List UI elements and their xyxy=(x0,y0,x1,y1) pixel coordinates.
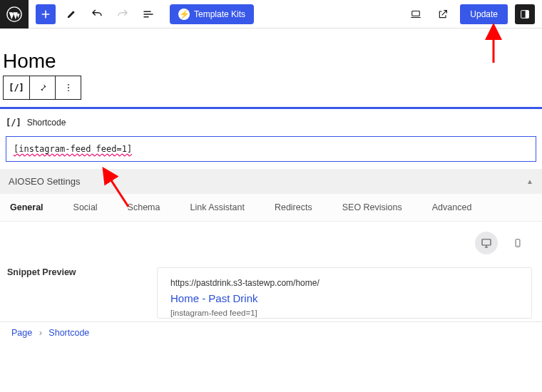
svg-rect-3 xyxy=(526,10,529,18)
plus-icon xyxy=(40,9,51,20)
update-button[interactable]: Update xyxy=(460,4,508,24)
redo-button[interactable] xyxy=(113,4,133,24)
aioseo-tabs: General Social Schema Link Assistant Red… xyxy=(0,194,542,222)
snippet-preview-label: Snippet Preview xyxy=(7,267,136,319)
external-link-icon xyxy=(437,9,449,20)
undo-icon xyxy=(91,8,103,21)
list-icon xyxy=(142,8,155,21)
tab-redirects[interactable]: Redirects xyxy=(275,202,312,212)
tab-general[interactable]: General xyxy=(10,202,44,212)
block-type-button[interactable]: [/] xyxy=(4,76,29,99)
template-kits-label: Template Kits xyxy=(194,9,245,19)
monitor-icon xyxy=(480,237,493,249)
breadcrumb-current[interactable]: Shortcode xyxy=(48,328,89,338)
template-kits-button[interactable]: ⚡ Template Kits xyxy=(170,4,254,24)
wordpress-icon xyxy=(6,6,22,22)
edit-button[interactable] xyxy=(61,4,81,24)
svg-point-6 xyxy=(68,90,69,91)
redo-icon xyxy=(116,8,129,21)
sidebar-icon xyxy=(519,9,531,20)
view-desktop-button[interactable] xyxy=(406,4,426,24)
aioseo-panel-header[interactable]: AIOSEO Settings ▲ xyxy=(0,169,542,194)
snippet-url: https://pastdrink.s3-tastewp.com/home/ xyxy=(170,278,518,288)
shortcode-block-icon: [/] xyxy=(6,118,21,128)
shortcode-icon: [/] xyxy=(9,83,24,93)
tab-schema[interactable]: Schema xyxy=(128,202,160,212)
block-move-button[interactable] xyxy=(29,76,55,99)
pencil-icon xyxy=(66,9,77,20)
pin-icon xyxy=(38,83,48,93)
svg-point-5 xyxy=(68,87,69,88)
settings-panel-button[interactable] xyxy=(515,4,535,24)
aioseo-heading: AIOSEO Settings xyxy=(9,176,80,187)
svg-point-9 xyxy=(517,245,518,246)
block-toolbar: [/] xyxy=(3,76,81,100)
wordpress-logo[interactable] xyxy=(0,0,29,29)
chevron-right-icon: › xyxy=(39,328,42,338)
breadcrumb: Page › Shortcode xyxy=(0,321,542,344)
snippet-preview-card: https://pastdrink.s3-tastewp.com/home/ H… xyxy=(157,267,532,319)
preview-mobile-button[interactable] xyxy=(506,232,529,254)
breadcrumb-root[interactable]: Page xyxy=(11,328,32,338)
snippet-desc: [instagram-feed feed=1] xyxy=(170,309,518,317)
svg-point-4 xyxy=(68,84,69,86)
tab-seo-revisions[interactable]: SEO Revisions xyxy=(342,202,402,212)
snippet-title: Home - Past Drink xyxy=(170,292,518,304)
shortcode-input[interactable]: [instagram-feed feed=1] xyxy=(6,136,536,162)
svg-rect-1 xyxy=(412,11,420,16)
bolt-icon: ⚡ xyxy=(178,9,190,20)
page-title: Home xyxy=(3,50,539,73)
block-more-button[interactable] xyxy=(55,76,81,99)
tab-link-assistant[interactable]: Link Assistant xyxy=(190,202,244,212)
collapse-icon: ▲ xyxy=(526,177,533,185)
svg-rect-7 xyxy=(482,239,491,245)
tab-advanced[interactable]: Advanced xyxy=(432,202,472,212)
add-block-button[interactable] xyxy=(36,4,56,24)
laptop-icon xyxy=(409,8,422,21)
shortcode-label: Shortcode xyxy=(27,118,66,128)
preview-button[interactable] xyxy=(433,4,453,24)
preview-desktop-button[interactable] xyxy=(475,232,498,254)
undo-button[interactable] xyxy=(87,4,107,24)
tab-social[interactable]: Social xyxy=(73,202,98,212)
more-vertical-icon xyxy=(63,83,73,93)
mobile-icon xyxy=(513,237,523,249)
document-overview-button[interactable] xyxy=(138,4,158,24)
